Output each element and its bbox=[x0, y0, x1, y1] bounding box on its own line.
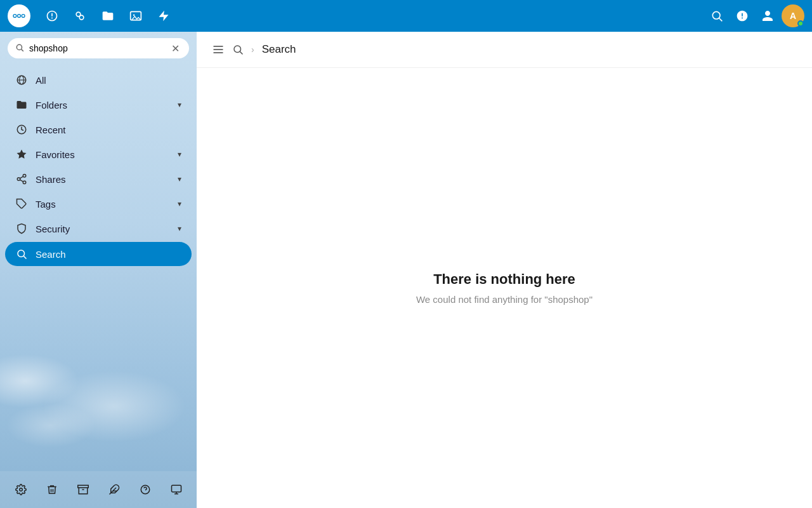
svg-point-19 bbox=[23, 175, 26, 178]
favorites-chevron-icon: ▾ bbox=[178, 150, 181, 159]
breadcrumb-search-icon bbox=[232, 44, 244, 55]
sidebar-item-search-label: Search bbox=[36, 249, 181, 260]
trash-icon[interactable] bbox=[41, 479, 63, 500]
share-icon bbox=[15, 173, 28, 185]
topbar-left bbox=[8, 4, 175, 27]
svg-line-26 bbox=[23, 256, 26, 258]
clock-icon bbox=[15, 124, 28, 135]
sidebar-item-tags[interactable]: Tags ▾ bbox=[5, 192, 192, 216]
toggle-sidebar-button[interactable] bbox=[209, 41, 227, 58]
star-icon bbox=[15, 149, 28, 160]
svg-point-9 bbox=[133, 15, 135, 17]
svg-point-5 bbox=[22, 15, 25, 17]
topbar: A bbox=[0, 0, 812, 32]
sidebar-bottom bbox=[0, 471, 197, 508]
photos-nav-icon[interactable] bbox=[124, 4, 147, 27]
security-chevron-icon: ▾ bbox=[178, 224, 181, 233]
sidebar-nav: All Folders ▾ bbox=[0, 65, 197, 471]
circles-nav-icon[interactable] bbox=[69, 4, 91, 27]
svg-line-13 bbox=[22, 49, 23, 51]
sidebar-item-favorites-label: Favorites bbox=[36, 149, 170, 160]
svg-rect-34 bbox=[171, 485, 181, 492]
monitor-icon[interactable] bbox=[166, 479, 187, 500]
sidebar-item-all[interactable]: All bbox=[5, 68, 192, 92]
help-icon[interactable] bbox=[134, 479, 156, 500]
settings-icon[interactable] bbox=[10, 479, 32, 500]
support-nav-icon[interactable] bbox=[41, 4, 63, 27]
online-status-dot bbox=[797, 20, 804, 27]
sidebar-item-shares-label: Shares bbox=[36, 174, 170, 185]
breadcrumb-chevron-icon: › bbox=[251, 44, 254, 55]
svg-marker-18 bbox=[17, 150, 27, 159]
shares-chevron-icon: ▾ bbox=[178, 175, 181, 184]
globe-icon bbox=[15, 74, 28, 86]
svg-point-21 bbox=[23, 181, 26, 184]
sidebar-item-security-label: Security bbox=[36, 224, 170, 234]
sidebar-item-folders[interactable]: Folders ▾ bbox=[5, 93, 192, 117]
sidebar-item-tags-label: Tags bbox=[36, 199, 170, 210]
sidebar-item-favorites[interactable]: Favorites ▾ bbox=[5, 142, 192, 166]
svg-line-23 bbox=[20, 177, 23, 178]
folder-icon bbox=[15, 99, 28, 110]
sidebar-item-folders-label: Folders bbox=[36, 100, 170, 110]
files-nav-icon[interactable] bbox=[96, 4, 119, 27]
user-avatar[interactable]: A bbox=[782, 4, 804, 27]
search-input[interactable] bbox=[29, 43, 164, 53]
search-nav-icon bbox=[15, 248, 28, 260]
svg-point-7 bbox=[79, 15, 84, 20]
sidebar-item-recent[interactable]: Recent bbox=[5, 117, 192, 142]
svg-rect-28 bbox=[77, 485, 88, 488]
search-input-wrapper[interactable]: ✕ bbox=[8, 38, 189, 58]
sidebar-item-security[interactable]: Security ▾ bbox=[5, 217, 192, 241]
tags-chevron-icon: ▾ bbox=[178, 199, 181, 208]
empty-state-subtitle: We could not find anything for "shopshop… bbox=[416, 294, 593, 305]
svg-point-20 bbox=[17, 178, 20, 181]
sidebar-item-search[interactable]: Search bbox=[5, 242, 192, 266]
svg-point-27 bbox=[19, 488, 22, 491]
nextcloud-logo[interactable] bbox=[8, 4, 30, 27]
shield-icon bbox=[15, 223, 28, 234]
puzzle-icon[interactable] bbox=[103, 479, 125, 500]
sidebar-search-area: ✕ bbox=[0, 32, 197, 65]
svg-point-40 bbox=[234, 46, 241, 53]
sidebar: ✕ All bbox=[0, 32, 197, 508]
sidebar-item-all-label: All bbox=[36, 75, 181, 86]
content-header: › Search bbox=[197, 32, 812, 68]
breadcrumb-text: Search bbox=[262, 43, 296, 56]
svg-point-10 bbox=[712, 11, 720, 19]
svg-point-4 bbox=[18, 15, 20, 17]
empty-state-title: There is nothing here bbox=[433, 271, 575, 288]
content-area: › Search There is nothing here We could … bbox=[197, 32, 812, 508]
contacts-icon[interactable] bbox=[756, 4, 779, 27]
activity-nav-icon[interactable] bbox=[152, 4, 175, 27]
search-input-icon bbox=[15, 43, 24, 54]
main-area: ✕ All bbox=[0, 32, 812, 508]
svg-point-12 bbox=[16, 44, 22, 50]
svg-point-25 bbox=[18, 250, 25, 257]
tag-icon bbox=[15, 198, 28, 210]
topbar-search-icon[interactable] bbox=[705, 4, 728, 27]
content-body: There is nothing here We could not find … bbox=[197, 68, 812, 508]
sidebar-item-shares[interactable]: Shares ▾ bbox=[5, 167, 192, 191]
folders-chevron-icon: ▾ bbox=[178, 100, 181, 109]
topbar-right: A bbox=[705, 4, 804, 27]
svg-line-41 bbox=[240, 51, 242, 54]
svg-line-22 bbox=[20, 180, 23, 182]
notifications-icon[interactable] bbox=[731, 4, 754, 27]
svg-line-11 bbox=[719, 18, 723, 22]
sidebar-item-recent-label: Recent bbox=[36, 124, 181, 135]
svg-point-3 bbox=[14, 15, 16, 17]
archive-icon[interactable] bbox=[72, 479, 94, 500]
clear-search-button[interactable]: ✕ bbox=[169, 42, 181, 55]
